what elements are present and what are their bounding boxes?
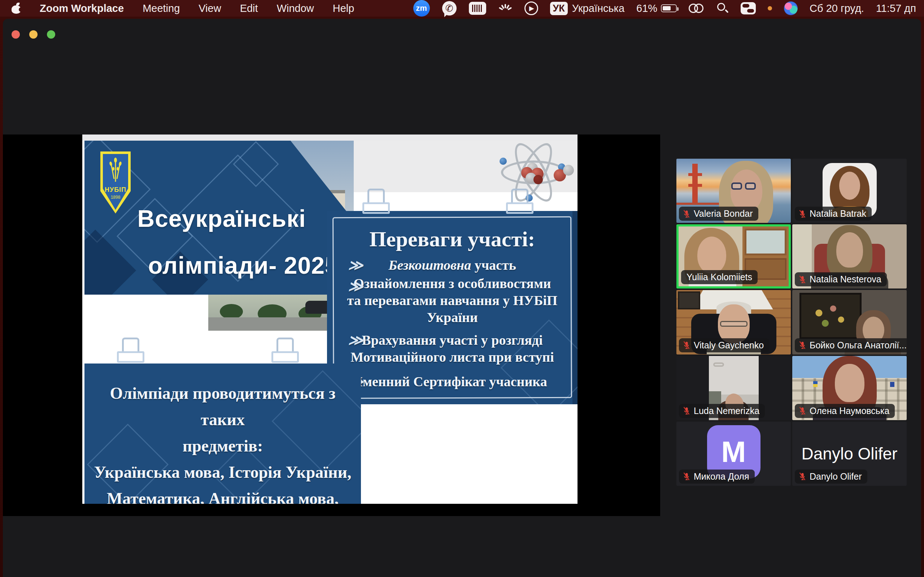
slide-top-strip — [82, 134, 577, 141]
participants-gallery: Valeria Bondar Natalia Batrak Yuliia Kol… — [677, 159, 907, 486]
bullet-marker: ≫ — [348, 278, 363, 295]
mic-muted-icon — [683, 472, 690, 481]
shared-screen: НУБІП 1898 Всеукраїнські олімпіади- 2025 — [3, 134, 660, 516]
participant-name-label: Luda Nemerizka — [679, 404, 765, 418]
participant-tile[interactable]: Олена Наумовська — [792, 356, 907, 420]
input-source-badge: УК — [550, 2, 568, 15]
battery-percent: 61% — [636, 3, 657, 15]
menu-bar-time[interactable]: 11:57 дп — [876, 3, 916, 15]
benefits-panel: Переваги участі: ≫ Безкоштовна участь ≫ … — [327, 211, 577, 404]
wheat-icon — [107, 156, 124, 185]
viber-icon[interactable]: ✆ — [442, 1, 457, 16]
participant-tile[interactable]: M Микола Доля — [677, 422, 791, 486]
menu-window[interactable]: Window — [277, 3, 314, 15]
participant-name-label: Vitaly Gaychenko — [679, 338, 769, 352]
logo-abbr: НУБІП — [100, 186, 131, 193]
participant-name-label: Danylo Olifer — [795, 469, 867, 484]
bullet-marker: ≫ — [348, 257, 363, 274]
keyboard-brightness-icon[interactable] — [498, 2, 512, 15]
desktop: Zoom Workplace Meeting View Edit Window … — [0, 0, 924, 577]
menu-help[interactable]: Help — [333, 3, 354, 15]
subjects-panel: Олімпіади проводитимуться з таких предме… — [84, 364, 361, 504]
mic-muted-icon — [798, 209, 806, 219]
participant-tile[interactable]: Natalia Batrak — [792, 159, 907, 223]
mic-muted-icon — [798, 340, 806, 350]
mic-muted-icon — [683, 340, 690, 350]
benefits-title: Переваги участі: — [327, 227, 577, 252]
close-button[interactable] — [11, 30, 20, 39]
benefit-4: Іменний Сертифікат учасника — [341, 373, 563, 390]
participant-tile-active-speaker[interactable]: Yuliia Kolomiiets — [677, 224, 791, 288]
mic-muted-icon — [683, 209, 690, 219]
zoom-status-icon[interactable]: zm — [413, 0, 430, 16]
benefit-2-line2: та перевагами навчання у НУБіП — [341, 292, 563, 309]
apple-menu-icon[interactable] — [11, 3, 21, 14]
now-playing-icon[interactable]: ▶ — [525, 2, 538, 15]
participant-tile[interactable]: Danylo Olifer Danylo Olifer — [792, 422, 907, 486]
input-source[interactable]: УК Українська — [550, 2, 624, 15]
participant-tile[interactable]: Бойко Ольга Анатолії... — [792, 290, 907, 354]
benefit-3-line2: Мотиваційного листа при вступі — [341, 349, 563, 366]
battery-indicator[interactable]: 61% — [636, 3, 677, 15]
participant-name-label: Natalia Batrak — [795, 206, 872, 221]
notification-dot — [768, 6, 772, 10]
benefit-2-line1: Ознайомлення з особливостями — [341, 275, 563, 292]
menu-app-name[interactable]: Zoom Workplace — [40, 3, 124, 15]
siri-icon[interactable] — [784, 2, 798, 15]
continuity-icon[interactable] — [689, 2, 704, 15]
slide-title-line1: Всеукраїнські — [102, 205, 341, 232]
mic-muted-icon — [798, 275, 806, 284]
mic-muted-icon — [683, 406, 690, 416]
input-source-label: Українська — [572, 3, 624, 15]
mic-muted-icon — [798, 472, 806, 481]
barcode-app-icon[interactable] — [469, 2, 486, 15]
menu-meeting[interactable]: Meeting — [142, 3, 180, 15]
subjects-line4: Математика, Англійська мова, Біологія, — [92, 485, 354, 504]
benefit-2-line3: України — [341, 309, 563, 326]
spotlight-search-icon[interactable] — [716, 2, 729, 15]
participant-name-label: Natalia Nesterova — [795, 272, 887, 286]
benefit-1-em: Безкоштовна — [388, 258, 471, 272]
participant-name-label: Valeria Bondar — [679, 206, 758, 221]
benefit-1: участь — [471, 258, 516, 272]
control-center-icon[interactable] — [741, 2, 756, 15]
participant-name-label: Бойко Ольга Анатолії... — [795, 338, 907, 352]
menu-bar-date[interactable]: Сб 20 груд. — [809, 3, 864, 15]
menu-edit[interactable]: Edit — [240, 3, 258, 15]
menu-view[interactable]: View — [199, 3, 221, 15]
benefit-3-line1: Врахування участі у розгляді — [341, 332, 563, 349]
presentation-slide: НУБІП 1898 Всеукраїнські олімпіади- 2025 — [82, 134, 577, 504]
fullscreen-button[interactable] — [47, 30, 55, 39]
nubip-logo: НУБІП 1898 — [100, 152, 131, 213]
binder-clip-icon — [505, 189, 535, 217]
participant-name-label: Олена Наумовська — [795, 404, 895, 418]
logo-year: 1898 — [100, 195, 131, 200]
mic-muted-icon — [798, 406, 806, 416]
menu-bar: Zoom Workplace Meeting View Edit Window … — [0, 0, 924, 16]
minimize-button[interactable] — [29, 30, 37, 39]
subjects-line2: предметів: — [92, 433, 354, 459]
zoom-meeting-window: НУБІП 1898 Всеукраїнські олімпіади- 2025 — [3, 19, 921, 577]
participant-name-label: Yuliia Kolomiiets — [681, 270, 758, 284]
binder-clip-icon — [270, 338, 300, 366]
window-controls — [11, 30, 55, 39]
binder-clip-icon — [361, 189, 391, 217]
bullet-marker: ≫ — [348, 332, 363, 349]
participant-tile[interactable]: Vitaly Gaychenko — [677, 290, 791, 354]
subjects-line3: Українська мова, Історія України, — [92, 459, 354, 485]
subjects-line1: Олімпіади проводитимуться з таких — [92, 380, 354, 433]
participant-name-label: Микола Доля — [679, 469, 755, 484]
participant-tile[interactable]: Luda Nemerizka — [677, 356, 791, 420]
participant-tile[interactable]: Valeria Bondar — [677, 159, 791, 223]
binder-clip-icon — [115, 338, 146, 366]
participant-tile[interactable]: Natalia Nesterova — [792, 224, 907, 288]
